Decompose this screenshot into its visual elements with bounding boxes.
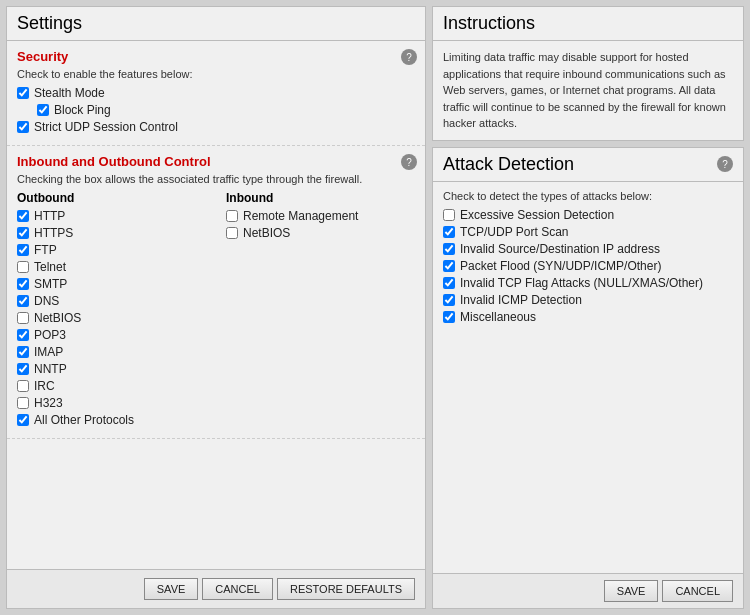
right-panel: Instructions Limiting data traffic may d… [432, 6, 744, 609]
outbound-nntp-label: NNTP [34, 362, 67, 376]
attack-tcp-udp-checkbox[interactable] [443, 226, 455, 238]
attack-title: Attack Detection [443, 154, 574, 175]
outbound-imap-checkbox[interactable] [17, 346, 29, 358]
outbound-pop3-label: POP3 [34, 328, 66, 342]
inbound-help-icon[interactable]: ? [401, 154, 417, 170]
attack-body: Check to detect the types of attacks bel… [433, 182, 743, 574]
outbound-smtp-row: SMTP [17, 277, 206, 291]
security-header: Security [17, 49, 415, 64]
strict-udp-label: Strict UDP Session Control [34, 120, 178, 134]
outbound-irc-checkbox[interactable] [17, 380, 29, 392]
outbound-pop3-checkbox[interactable] [17, 329, 29, 341]
attack-icmp-label: Invalid ICMP Detection [460, 293, 582, 307]
outbound-http-row: HTTP [17, 209, 206, 223]
block-ping-checkbox[interactable] [37, 104, 49, 116]
outbound-imap-label: IMAP [34, 345, 63, 359]
columns-container: Outbound HTTP HTTPS FTP [17, 191, 415, 430]
attack-tcp-flag-label: Invalid TCP Flag Attacks (NULL/XMAS/Othe… [460, 276, 703, 290]
attack-desc: Check to detect the types of attacks bel… [443, 190, 733, 202]
outbound-telnet-row: Telnet [17, 260, 206, 274]
attack-icmp-row: Invalid ICMP Detection [443, 293, 733, 307]
attack-packet-flood-label: Packet Flood (SYN/UDP/ICMP/Other) [460, 259, 661, 273]
attack-icmp-checkbox[interactable] [443, 294, 455, 306]
outbound-other-checkbox[interactable] [17, 414, 29, 426]
stealth-mode-row: Stealth Mode [17, 86, 415, 100]
attack-misc-label: Miscellaneous [460, 310, 536, 324]
attack-misc-checkbox[interactable] [443, 311, 455, 323]
outbound-http-checkbox[interactable] [17, 210, 29, 222]
inbound-remote-row: Remote Management [226, 209, 415, 223]
outbound-other-row: All Other Protocols [17, 413, 206, 427]
outbound-dns-checkbox[interactable] [17, 295, 29, 307]
attack-tcp-udp-label: TCP/UDP Port Scan [460, 225, 568, 239]
left-cancel-button[interactable]: CANCEL [202, 578, 273, 600]
inbound-outbound-header: Inbound and Outbound Control [17, 154, 415, 169]
attack-help-icon[interactable]: ? [717, 156, 733, 172]
left-restore-button[interactable]: RESTORE DEFAULTS [277, 578, 415, 600]
outbound-irc-label: IRC [34, 379, 55, 393]
attack-excessive-label: Excessive Session Detection [460, 208, 614, 222]
outbound-other-label: All Other Protocols [34, 413, 134, 427]
strict-udp-checkbox[interactable] [17, 121, 29, 133]
outbound-smtp-checkbox[interactable] [17, 278, 29, 290]
inbound-netbios-label: NetBIOS [243, 226, 290, 240]
outbound-ftp-checkbox[interactable] [17, 244, 29, 256]
security-help-icon[interactable]: ? [401, 49, 417, 65]
outbound-telnet-label: Telnet [34, 260, 66, 274]
left-bottom-bar: SAVE CANCEL RESTORE DEFAULTS [7, 569, 425, 608]
left-content: Security Check to enable the features be… [7, 41, 425, 569]
inbound-remote-label: Remote Management [243, 209, 358, 223]
stealth-mode-label: Stealth Mode [34, 86, 105, 100]
strict-udp-row: Strict UDP Session Control [17, 120, 415, 134]
instructions-title: Instructions [433, 7, 743, 41]
attack-misc-row: Miscellaneous [443, 310, 733, 324]
outbound-smtp-label: SMTP [34, 277, 67, 291]
outbound-netbios-row: NetBIOS [17, 311, 206, 325]
inbound-remote-checkbox[interactable] [226, 210, 238, 222]
left-save-button[interactable]: SAVE [144, 578, 199, 600]
block-ping-label: Block Ping [54, 103, 111, 117]
attack-invalid-src-checkbox[interactable] [443, 243, 455, 255]
attack-excessive-checkbox[interactable] [443, 209, 455, 221]
inbound-netbios-checkbox[interactable] [226, 227, 238, 239]
settings-title: Settings [7, 7, 425, 41]
instructions-box: Instructions Limiting data traffic may d… [432, 6, 744, 141]
outbound-telnet-checkbox[interactable] [17, 261, 29, 273]
attack-packet-flood-row: Packet Flood (SYN/UDP/ICMP/Other) [443, 259, 733, 273]
outbound-h323-row: H323 [17, 396, 206, 410]
outbound-header: Outbound [17, 191, 206, 205]
outbound-col: Outbound HTTP HTTPS FTP [17, 191, 206, 430]
inbound-outbound-section: Inbound and Outbound Control Checking th… [7, 146, 425, 439]
outbound-https-row: HTTPS [17, 226, 206, 240]
attack-save-button[interactable]: SAVE [604, 580, 659, 602]
block-ping-row: Block Ping [37, 103, 415, 117]
inbound-outbound-desc: Checking the box allows the associated t… [17, 173, 415, 185]
attack-title-row: Attack Detection ? [433, 148, 743, 182]
outbound-dns-label: DNS [34, 294, 59, 308]
outbound-ftp-label: FTP [34, 243, 57, 257]
inbound-col: Inbound Remote Management NetBIOS [226, 191, 415, 430]
outbound-netbios-label: NetBIOS [34, 311, 81, 325]
inbound-netbios-row: NetBIOS [226, 226, 415, 240]
attack-tcp-flag-checkbox[interactable] [443, 277, 455, 289]
attack-tcp-udp-row: TCP/UDP Port Scan [443, 225, 733, 239]
outbound-imap-row: IMAP [17, 345, 206, 359]
outbound-irc-row: IRC [17, 379, 206, 393]
outbound-dns-row: DNS [17, 294, 206, 308]
attack-detection-box: Attack Detection ? Check to detect the t… [432, 147, 744, 610]
outbound-h323-checkbox[interactable] [17, 397, 29, 409]
outbound-ftp-row: FTP [17, 243, 206, 257]
attack-tcp-flag-row: Invalid TCP Flag Attacks (NULL/XMAS/Othe… [443, 276, 733, 290]
outbound-pop3-row: POP3 [17, 328, 206, 342]
outbound-nntp-row: NNTP [17, 362, 206, 376]
outbound-netbios-checkbox[interactable] [17, 312, 29, 324]
attack-bottom-bar: SAVE CANCEL [433, 573, 743, 608]
attack-cancel-button[interactable]: CANCEL [662, 580, 733, 602]
stealth-mode-checkbox[interactable] [17, 87, 29, 99]
security-section: Security Check to enable the features be… [7, 41, 425, 146]
outbound-nntp-checkbox[interactable] [17, 363, 29, 375]
outbound-http-label: HTTP [34, 209, 65, 223]
attack-packet-flood-checkbox[interactable] [443, 260, 455, 272]
attack-excessive-row: Excessive Session Detection [443, 208, 733, 222]
outbound-https-checkbox[interactable] [17, 227, 29, 239]
